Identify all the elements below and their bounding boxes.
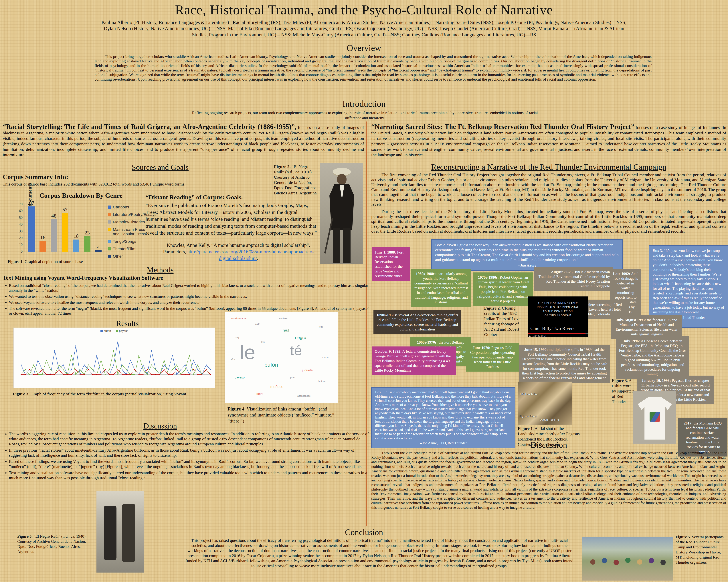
figure4-word: payaso (235, 376, 244, 379)
distant-reading-block: “Distant Reading” of Corpus: Goals. “Eve… (146, 194, 318, 237)
timeline-july-1996: July 1996: A Consent Decree between Pega… (616, 336, 689, 379)
reconstructing-heading: Reconstructing a Narrative of the Red Th… (371, 162, 726, 172)
figure4-word: abandonado (297, 394, 311, 397)
figure4-word: vida (319, 325, 323, 328)
figure1-bar: 48 (50, 213, 58, 252)
citation-link[interactable]: http://parameters.ssrc.org/2016/08/a-mor… (187, 249, 314, 261)
figure2-right-caption: Figure 2. Closing credits of the 1992 In… (484, 306, 525, 337)
landusky-mine-photo: L87 Leach Pad Bighorn Ramp Queen Rose Pi… (518, 382, 572, 425)
timeline-oct-1895: October 9, 1895: A federal commission le… (372, 347, 456, 375)
cane-shape (324, 218, 333, 253)
corpus-summary-heading: Corpus Summary Info: (3, 173, 68, 181)
discussion-bullet: The word’s staggering rate of repetition… (9, 432, 370, 447)
figure4-word: tango (235, 336, 240, 339)
figure1-bar-chart: Corpus Breakdown By Genre Number of docu… (7, 191, 155, 259)
quote-box-1-text: Box 1. “I said somebody mentioned that G… (375, 390, 512, 440)
discussion-bullet: Text mining and visualization software h… (9, 470, 370, 480)
figure4-word: títere (256, 392, 263, 396)
quote-box-2: Box 2. “Well I guess the best way I can … (431, 239, 623, 271)
overview-text: This project brings together scholars wh… (95, 54, 652, 82)
figure3-right-caption: Figure 3. A t-shirt worn by supporters o… (612, 378, 634, 404)
discussion-right-text: Throughout the 20th century a mosaic of … (371, 451, 726, 510)
figure4-caption-label: Figure 4. (228, 406, 245, 412)
figure4-word: bufón (264, 362, 278, 368)
group-people-shapes (586, 555, 670, 577)
figure3-trend-chart: bufónpayaso (14, 328, 215, 388)
mine-label-queen-rose: Queen Rose Pit (540, 418, 559, 421)
racial-storytelling-title: “Racial Storytelling: The Life and Times… (3, 123, 296, 131)
figure-silhouette-right (122, 504, 135, 562)
methods-bullet: We wanted to test this observation using… (9, 294, 370, 299)
reconstructing-paragraph-2: During the last three decades of the 20t… (371, 209, 726, 234)
quote-box-2-text: Box 2. “Well I guess the best way I can … (435, 243, 619, 262)
racial-storytelling-lead: “Racial Storytelling: The Life and Times… (3, 124, 364, 158)
tshirt-photo (633, 391, 676, 444)
figure4-word: negro (295, 335, 306, 340)
figure4-word: raúl (283, 328, 289, 332)
figure1-legend-item: Theater/Film (108, 247, 153, 251)
video-title: Chief Billy Two Rivers (530, 326, 575, 331)
figure3-caption-text: Graph of frequency of the term “bufón” i… (29, 392, 186, 396)
mine-label-bighorn: Bighorn Ramp (520, 415, 537, 418)
timeline-1888: June 1, 1888: Fort Belknap Indian Reserv… (372, 247, 410, 281)
timeline-june-1990: June 15, 1990: multiple mine spills in 1… (519, 345, 610, 383)
mine-label-leach-pad: L87 Leach Pad (520, 392, 538, 395)
figure5-left-caption: Figure 5. “El Negro Raúl” (n.d., ca. 194… (17, 534, 95, 554)
figure1-y-ticks: 010203040506070 (17, 204, 24, 252)
methods-bullet: Based on traditional “close-reading” of … (9, 283, 370, 293)
timeline-aug-1991: August 22-25, 1991: American Indian Trad… (534, 267, 613, 291)
figure4-word: le (240, 341, 255, 364)
conclusion-text: This project has raised questions about … (184, 538, 575, 569)
citation-period: . (257, 255, 258, 261)
figure1-bar: 3 (94, 243, 103, 252)
figure5-right-caption: Figure 5. Several participants of the Re… (676, 534, 727, 565)
raul-portrait-photo (320, 163, 363, 264)
raul-1940-photo (97, 491, 144, 573)
figure5-left-caption-label: Figure 5. (17, 534, 32, 538)
figure4-word: historia (318, 380, 326, 383)
figure3-caption: Figure 3. Graph of frequency of the term… (13, 391, 195, 397)
citation: Knowles, Anne Kelly. “A more humane appr… (157, 242, 320, 261)
figure3-plot (16, 333, 213, 384)
figure4-word: sombrero (279, 317, 288, 320)
figure1-plot-area: Number of documents 010203040506070 6716… (7, 199, 155, 257)
corpus-summary-text: This corpus or source base includes 232 … (3, 182, 272, 187)
figure4-word: muñeco (270, 385, 283, 389)
figure2-caption-label: Figure 2. (274, 164, 291, 169)
timeline-1960s-1980s: 1960s-1980s: particularly among youth, t… (411, 269, 471, 307)
distant-reading-quote: “Ever since the publication of Franco Mo… (146, 202, 318, 237)
figure4-word: plata (290, 376, 295, 379)
figure4-word: años (230, 358, 235, 361)
figure4-word: calle (255, 323, 260, 325)
figure1-bar: 16 (38, 234, 47, 252)
methods-heading: Methods (0, 266, 320, 274)
discussion-bullet: In these previous “racial stories” about… (9, 448, 370, 458)
figure1-caption-label: Figure 1 (8, 259, 23, 264)
figure1-bars: 6716485718233 (25, 204, 105, 252)
methods-subheading: Text Mining using Voyant Word-Frequency … (3, 275, 163, 281)
discussion-left-bullets: The word’s staggering rate of repetition… (3, 432, 370, 481)
discussion-right-heading: Discussion (371, 440, 726, 450)
timeline-1890s-1950s: 1890s-1950s: several Anglo-American mini… (373, 310, 461, 334)
figure1-bar: 23 (83, 230, 92, 252)
figure2-caption: Figure 2. “El Negro Raúl” (n.d., ca. 191… (274, 164, 318, 196)
conclusion-heading: Conclusion (182, 527, 546, 537)
author-list: Paulina Alberto (PI, History, Romance La… (97, 19, 631, 38)
leg-shape-right (343, 228, 350, 263)
face-shape (337, 174, 346, 185)
narrating-sacred-sites-lead: “Narrating Sacred Sites: The Ft. Belknap… (371, 124, 726, 158)
introduction-heading: Introduction (0, 99, 728, 109)
sources-goals-heading: Sources and Goals (0, 163, 320, 172)
figure4-word: hombre (321, 356, 329, 359)
introduction-text: Reflecting ongoing research projects, ou… (187, 110, 542, 120)
discussion-bullet: Based on these findings, we are using Vo… (9, 459, 370, 469)
timeline-jul-aug-1993: July-August 1993: the federal EPA and Mo… (611, 315, 682, 339)
figure3-legend-item: bufón (101, 329, 111, 333)
timeline-1970s-1980s: 1970s-1980s: Robert Gopher, an Ojibwe sp… (473, 273, 533, 306)
figure4-word-network: letébufónnegroraúlpayasomuñecojuguetetít… (225, 312, 338, 403)
figure1-bar: 67 (27, 200, 36, 252)
page-title: Race, Historical Trauma, and the Psycho-… (0, 2, 728, 18)
figure3-caption-label: Figure 3. (13, 392, 29, 396)
figure1-legend-item: Other (108, 254, 153, 259)
figure-silhouette-left (104, 506, 116, 560)
